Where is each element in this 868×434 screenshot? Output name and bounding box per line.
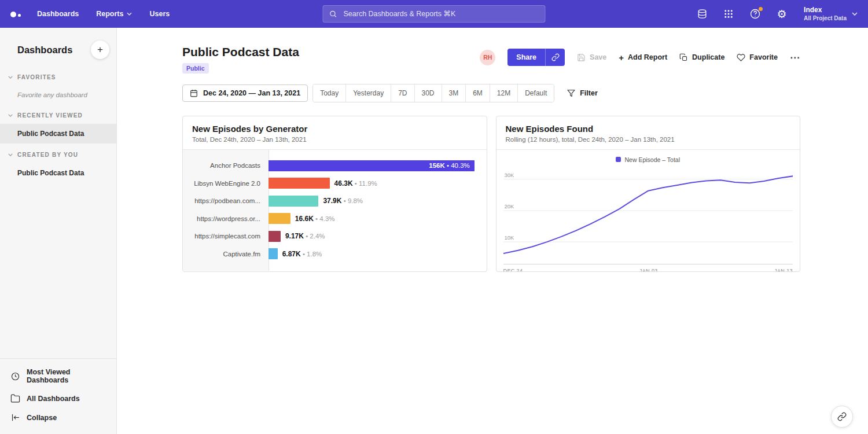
sidebar-section-created-by-you: CREATED BY YOU Public Podcast Data (0, 146, 116, 183)
floating-link-button[interactable] (831, 406, 853, 428)
bar[interactable] (269, 196, 318, 207)
plus-icon: + (619, 53, 624, 62)
y-tick-label: 20K (505, 203, 514, 209)
share-button[interactable]: Share (507, 49, 545, 66)
nav-dashboards[interactable]: Dashboards (37, 10, 79, 18)
preset-12m[interactable]: 12M (490, 84, 518, 102)
bar-row: Libsyn WebEngine 2.046.3K • 11.9% (183, 175, 487, 193)
bar-row: Captivate.fm6.87K • 1.8% (183, 245, 487, 263)
nav-users[interactable]: Users (149, 10, 170, 18)
all-dashboards-button[interactable]: All Dashboards (0, 389, 116, 408)
link-icon (551, 53, 560, 61)
help-icon[interactable] (748, 7, 762, 21)
chevron-down-icon (8, 114, 13, 117)
most-viewed-dashboards-button[interactable]: Most Viewed Dashboards (0, 363, 116, 389)
bar-chart: Anchor Podcasts156K • 40.3%Libsyn WebEng… (183, 150, 487, 271)
section-toggle-favorites[interactable]: FAVORITES (0, 68, 116, 86)
collapse-icon (10, 413, 20, 422)
preset-6m[interactable]: 6M (466, 84, 490, 102)
clock-icon (10, 372, 20, 381)
chevron-down-icon (8, 76, 13, 79)
preset-default[interactable]: Default (518, 84, 554, 102)
notification-badge (759, 7, 763, 11)
chevron-down-icon (8, 153, 13, 156)
bar-chart-card: New Episodes by Generator Total, Dec 24t… (182, 116, 487, 272)
preset-3m[interactable]: 3M (442, 84, 466, 102)
bar[interactable] (269, 213, 290, 224)
preset-yesterday[interactable]: Yesterday (346, 84, 391, 102)
y-tick-label: 30K (505, 172, 514, 178)
project-name: Index (804, 6, 847, 15)
bar-value-label: 156K • 40.3% (429, 162, 470, 169)
more-menu-button[interactable]: ⋯ (790, 53, 800, 62)
link-icon (837, 412, 847, 421)
page-title: Public Podcast Data (182, 45, 299, 59)
sidebar-title: Dashboards (17, 45, 72, 56)
bar[interactable]: 156K • 40.3% (269, 160, 475, 171)
collapse-sidebar-button[interactable]: Collapse (0, 408, 116, 427)
filter-button[interactable]: Filter (567, 89, 598, 97)
bar[interactable] (269, 248, 278, 259)
date-toolbar: Dec 24, 2020 — Jan 13, 2021 Today Yester… (182, 84, 800, 102)
bar-category-label: Captivate.fm (183, 251, 269, 258)
navbar-right: ⚙ Index All Project Data (695, 6, 858, 23)
date-presets: Today Yesterday 7D 30D 3M 6M 12M Default (312, 84, 554, 102)
share-link-button[interactable] (545, 49, 565, 66)
folder-icon (10, 393, 20, 403)
bar-row: https://simplecast.com9.17K • 2.4% (183, 227, 487, 245)
favorite-button[interactable]: Favorite (737, 53, 778, 62)
sidebar-item-public-podcast-data[interactable]: Public Podcast Data (0, 163, 116, 183)
search-input[interactable] (343, 9, 539, 19)
chart-title: New Episodes Found (506, 124, 791, 134)
save-button[interactable]: Save (577, 53, 606, 62)
date-range-picker[interactable]: Dec 24, 2020 — Jan 13, 2021 (182, 84, 308, 102)
apps-grid-icon[interactable] (722, 7, 735, 21)
x-axis-ticks: DEC 24 JAN 03 JAN 13 (503, 264, 793, 272)
project-subtitle: All Project Data (804, 14, 847, 22)
chevron-down-icon (852, 12, 858, 16)
bar[interactable] (269, 178, 330, 189)
nav-reports-label: Reports (96, 10, 123, 18)
line-chart-svg (503, 167, 793, 264)
logo-dot-icon (18, 14, 21, 17)
bar[interactable] (269, 231, 281, 242)
bar-row: https://podbean.com...37.9K • 9.8% (183, 192, 487, 210)
chart-subtitle: Total, Dec 24th, 2020 – Jan 13th, 2021 (192, 136, 477, 143)
bar-row: https://wordpress.or...16.6K • 4.3% (183, 210, 487, 228)
bar-value-label: 9.17K • 2.4% (285, 232, 325, 240)
duplicate-button[interactable]: Duplicate (679, 53, 724, 62)
global-search[interactable] (323, 5, 546, 23)
add-report-button[interactable]: + Add Report (619, 53, 667, 62)
preset-7d[interactable]: 7D (391, 84, 414, 102)
section-toggle-created-by-you[interactable]: CREATED BY YOU (0, 146, 116, 163)
plus-icon: + (97, 44, 103, 56)
search-icon (329, 10, 337, 18)
x-tick-label: JAN 13 (774, 268, 793, 272)
section-toggle-recently-viewed[interactable]: RECENTLY VIEWED (0, 106, 116, 124)
chart-subtitle: Rolling (12 hours), total, Dec 24th, 202… (506, 136, 791, 143)
line-chart: 10K20K30K (503, 167, 793, 264)
line-chart-card: New Episodes Found Rolling (12 hours), t… (496, 116, 801, 272)
nav-reports[interactable]: Reports (96, 10, 132, 18)
sidebar: Dashboards + FAVORITES Favorite any dash… (0, 28, 117, 434)
preset-30d[interactable]: 30D (415, 84, 442, 102)
app-logo[interactable] (10, 10, 21, 17)
sidebar-section-recently-viewed: RECENTLY VIEWED Public Podcast Data (0, 106, 116, 144)
header-actions: RH Share Save + Add Report (480, 49, 800, 66)
x-tick-label: DEC 24 (503, 268, 523, 272)
gear-icon[interactable]: ⚙ (775, 7, 789, 21)
add-dashboard-button[interactable]: + (91, 41, 109, 59)
bar-value-label: 46.3K • 11.9% (334, 179, 377, 187)
sidebar-item-public-podcast-data[interactable]: Public Podcast Data (0, 124, 116, 144)
heart-icon (737, 53, 745, 62)
copy-icon (679, 53, 688, 62)
favorites-empty-hint: Favorite any dashboard (0, 86, 116, 104)
data-sources-icon[interactable] (695, 7, 709, 21)
project-switcher[interactable]: Index All Project Data (804, 6, 858, 23)
bar-value-label: 16.6K • 4.3% (295, 215, 335, 223)
save-icon (577, 53, 586, 62)
avatar[interactable]: RH (480, 50, 495, 65)
chart-legend: New Episode – Total (503, 155, 793, 164)
top-navbar: Dashboards Reports Users ⚙ Index All Pro… (0, 0, 868, 28)
preset-today[interactable]: Today (313, 84, 346, 102)
